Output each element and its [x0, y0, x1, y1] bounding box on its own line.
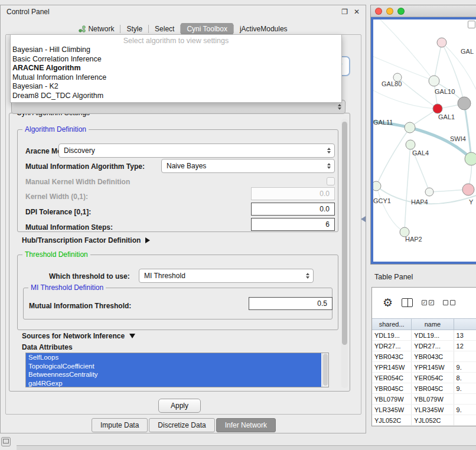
sources-expander[interactable]: Sources for Network Inference — [22, 331, 135, 341]
mi-steps-field[interactable]: 6 — [251, 218, 335, 231]
minimize-traffic-light-icon[interactable] — [386, 8, 393, 15]
network-node[interactable] — [462, 184, 474, 195]
network-node[interactable] — [458, 97, 471, 110]
tab-select[interactable]: Select — [149, 23, 180, 35]
hub-definition-label: Hub/Transcription Factor Definition — [22, 236, 141, 244]
algorithm-option[interactable]: Mutual Information Inference — [11, 73, 341, 83]
birdseye-toggle[interactable] — [468, 21, 475, 28]
node-label: GCY1 — [373, 197, 391, 204]
node-label: GAL11 — [373, 119, 393, 126]
table-row[interactable]: YBR043C YBR043C — [372, 351, 476, 362]
tab-jactivemodules-label: jActiveModules — [240, 25, 288, 33]
which-threshold-value: MI Threshold — [144, 272, 185, 280]
table-row[interactable]: YBL079W YBL079W — [372, 394, 476, 405]
close-icon[interactable]: ✕ — [354, 8, 360, 16]
algorithm-option[interactable]: Basic Correlation Inference — [11, 55, 341, 64]
mi-threshold-label: Mutual Information Threshold: — [29, 302, 131, 310]
mi-threshold-group-title: MI Threshold Definition — [28, 283, 106, 292]
mi-type-combobox[interactable]: Naive Bayes — [161, 159, 335, 173]
network-node[interactable] — [405, 122, 415, 133]
table-row[interactable]: YLR345W YLR345W 9. — [372, 405, 476, 415]
float-icon[interactable]: ❐ — [341, 8, 348, 16]
algorithm-option[interactable]: Bayesian - K2 — [11, 82, 341, 92]
table-row[interactable]: YDR27... YDR27... 12 — [372, 341, 476, 351]
cell: YPR145W — [372, 362, 412, 372]
node-label: GAL10 — [435, 88, 455, 95]
manual-kernel-label: Manual Kernel Width Definition — [25, 178, 130, 186]
mi-type-value: Naive Bayes — [167, 162, 206, 170]
table-row[interactable]: YJL052C YJL052C — [372, 415, 476, 426]
hub-definition-expander[interactable]: Hub/Transcription Factor Definition — [22, 236, 150, 245]
attribute-item-selected[interactable]: BetweennessCentrality — [26, 370, 321, 379]
zoom-traffic-light-icon[interactable] — [397, 8, 405, 15]
attribute-item-selected[interactable]: gal4RGexp — [26, 379, 321, 388]
kernel-width-field[interactable]: 0.0 — [251, 187, 335, 200]
gear-icon[interactable]: ⚙ — [383, 297, 393, 308]
network-tab-icon — [79, 25, 86, 32]
mi-threshold-field[interactable]: 0.5 — [249, 297, 332, 310]
cell: YBR045C — [372, 383, 412, 393]
table-toolbar: ⚙ ✓ ✓ — [372, 292, 476, 312]
list-scrollbar-thumb[interactable] — [323, 354, 328, 386]
network-view-window: GAL GAL80 GAL10 GAL11 GAL1 SWI4 GAL4 GCY… — [370, 5, 476, 265]
aracne-mode-combobox[interactable]: Discovery — [58, 144, 335, 158]
deselect-all-columns-icon[interactable] — [443, 300, 455, 305]
cell: YPR145W — [412, 362, 454, 372]
select-all-columns-icon[interactable]: ✓ ✓ — [422, 300, 434, 305]
splitter-collapse-arrow[interactable] — [361, 216, 366, 222]
column-header-shared-name[interactable]: shared... — [372, 318, 412, 330]
kernel-width-label: Kernel Width (0,1): — [25, 193, 88, 201]
table-row[interactable]: YER054C YER054C 8. — [372, 373, 476, 383]
dpi-tolerance-label: DPI Tolerance [0,1]: — [25, 208, 91, 216]
list-scrollbar-track[interactable] — [322, 353, 328, 387]
cell: 8. — [454, 373, 476, 383]
column-header-extra[interactable] — [454, 318, 476, 330]
tab-infer-network[interactable]: Infer Network — [216, 418, 276, 432]
combo-down-arrow-icon — [327, 167, 331, 169]
network-canvas[interactable]: GAL GAL80 GAL10 GAL11 GAL1 SWI4 GAL4 GCY… — [371, 17, 476, 264]
column-header-name[interactable]: name — [412, 318, 454, 330]
apply-button[interactable]: Apply — [158, 399, 201, 413]
cell: YDL19... — [372, 330, 412, 340]
table-row[interactable]: YBR045C YBR045C 9. — [372, 383, 476, 394]
table-row[interactable]: YDL19... YDL19... 13 — [372, 330, 476, 341]
cell: YLR345W — [412, 405, 454, 415]
network-node[interactable] — [406, 140, 415, 149]
algorithm-option-selected[interactable]: ARACNE Algorithm — [11, 64, 341, 73]
tab-discretize-data[interactable]: Discretize Data — [149, 418, 214, 432]
network-node[interactable] — [465, 152, 476, 165]
dropdown-prompt: Select algorithm to view settings — [11, 36, 341, 45]
network-node[interactable] — [373, 181, 381, 191]
node-label: GAL1 — [438, 113, 455, 120]
cell: YLR345W — [372, 405, 412, 415]
attribute-item-selected[interactable]: SelfLoops — [26, 353, 321, 362]
tab-cyni-toolbox[interactable]: Cyni Toolbox — [181, 23, 233, 35]
cell: 9. — [454, 362, 476, 372]
combo-down-arrow-icon — [327, 151, 331, 154]
minimized-panel-icon[interactable] — [1, 437, 11, 446]
tab-network[interactable]: Network — [73, 23, 120, 35]
tab-network-label: Network — [88, 25, 114, 33]
close-traffic-light-icon[interactable] — [375, 8, 382, 15]
tab-jactivemodules[interactable]: jActiveModules — [234, 23, 294, 35]
algorithm-option[interactable]: Bayesian - Hill Climbing — [11, 45, 341, 55]
network-node[interactable] — [425, 188, 433, 196]
which-threshold-combobox[interactable]: MI Threshold — [139, 269, 314, 283]
manual-kernel-checkbox[interactable] — [327, 177, 335, 185]
attribute-item-selected[interactable]: TopologicalCoefficient — [26, 362, 321, 371]
cell: YDR27... — [372, 341, 412, 351]
tab-style[interactable]: Style — [120, 23, 148, 35]
control-panel-window: Control Panel ❐ ✕ Network Style S — [0, 5, 366, 433]
network-node[interactable] — [429, 76, 439, 86]
cell: 9. — [454, 383, 476, 393]
table-row[interactable]: YPR145W YPR145W 9. — [372, 362, 476, 373]
network-node[interactable] — [437, 38, 446, 47]
algorithm-option[interactable]: Dream8 DC_TDC Algorithm — [11, 92, 341, 101]
combo-up-arrow-icon — [306, 273, 309, 275]
settings-scrollbar-thumb[interactable] — [342, 122, 347, 345]
cell: 9. — [454, 405, 476, 415]
columns-icon[interactable] — [402, 298, 413, 307]
dpi-tolerance-field[interactable]: 0.0 — [251, 203, 335, 216]
network-node-highlighted[interactable] — [433, 104, 442, 113]
tab-impute-data[interactable]: Impute Data — [92, 418, 148, 432]
